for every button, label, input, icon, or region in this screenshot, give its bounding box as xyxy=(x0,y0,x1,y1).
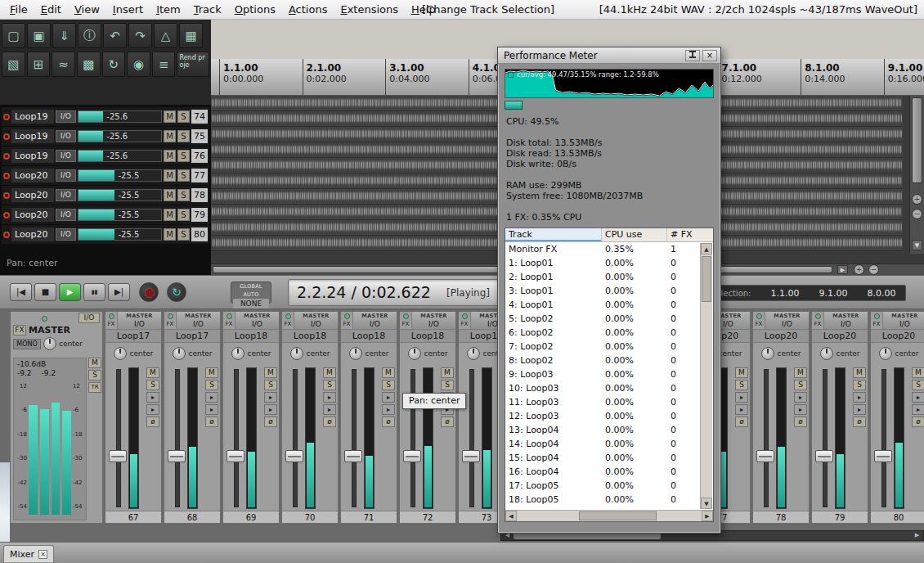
track-row[interactable]: Loop19I/O-25.6MS75 xyxy=(2,127,209,146)
performance-meter-window[interactable]: Performance Meter × cur/avg: 49.47/35.15… xyxy=(497,47,721,534)
record-arm-button[interactable] xyxy=(3,192,10,199)
zoom-out-icon[interactable]: − xyxy=(912,209,922,219)
strip-pan-knob[interactable] xyxy=(231,347,244,360)
track-volume-fader[interactable]: -25.5 xyxy=(78,169,162,182)
strip-solo-button[interactable]: S xyxy=(205,380,218,390)
track-io-button[interactable]: I/O xyxy=(56,110,76,123)
performance-table-row[interactable]: 1: Loop010.00%0 xyxy=(505,256,701,270)
strip-mute-button[interactable]: M xyxy=(323,367,336,378)
strip-solo-button[interactable]: S xyxy=(441,380,454,390)
strip-env-button[interactable]: ▸ xyxy=(912,392,924,403)
track-io-button[interactable]: I/O xyxy=(56,228,76,241)
scroll-up-icon[interactable]: ▲ xyxy=(701,243,712,254)
strip-fx-button[interactable]: FX xyxy=(871,320,882,328)
arrange-vertical-scrollbar[interactable]: + − ▼ xyxy=(909,96,924,254)
strip-track-name[interactable]: Loop20 xyxy=(871,330,924,343)
column-header-fx[interactable]: # FX xyxy=(667,228,701,241)
master-mute-button[interactable]: M xyxy=(88,358,101,368)
strip-fx-button[interactable]: FX xyxy=(282,320,294,328)
strip-phase-button[interactable]: ø xyxy=(794,417,807,427)
strip-env2-button[interactable]: ▸ xyxy=(853,404,866,415)
strip-phase-button[interactable]: ø xyxy=(323,417,336,427)
scroll-left-icon[interactable]: ◀ xyxy=(505,511,517,521)
fx-power-led[interactable] xyxy=(109,313,114,319)
fx-power-led[interactable] xyxy=(344,313,350,319)
record-arm-button[interactable] xyxy=(3,173,10,179)
track-io-button[interactable]: I/O xyxy=(56,209,76,221)
menu-extensions[interactable]: Extensions xyxy=(334,1,405,18)
track-name[interactable]: Loop19 xyxy=(11,129,54,143)
ruler-mark[interactable]: 3.1.000:04.000 xyxy=(385,59,429,96)
ruler-mark[interactable]: 9.1.000:16.000 xyxy=(884,59,924,96)
strip-fx-button[interactable]: FX xyxy=(753,320,765,328)
window-title-bar[interactable]: Performance Meter × xyxy=(498,47,720,64)
strip-routing-button[interactable]: MASTERI/O xyxy=(883,312,924,329)
strip-env-button[interactable]: ▸ xyxy=(205,392,218,403)
track-mute-button[interactable]: M xyxy=(164,189,176,201)
fader-handle[interactable] xyxy=(227,450,244,462)
strip-routing-button[interactable]: MASTERI/O xyxy=(235,312,279,329)
track-volume-fader[interactable]: -25.6 xyxy=(78,130,162,142)
strip-env-button[interactable]: ▸ xyxy=(735,392,748,403)
transport-position-display[interactable]: 2.2.24 / 0:02.622 [Playing] xyxy=(288,279,499,306)
project-settings-icon[interactable]: ⓘ xyxy=(78,23,101,48)
strip-track-name[interactable]: Loop18 xyxy=(223,330,279,343)
menu-track[interactable]: Track xyxy=(187,1,228,18)
track-solo-button[interactable]: S xyxy=(177,169,190,182)
dock-window-button[interactable] xyxy=(685,50,700,61)
fader-handle[interactable] xyxy=(756,450,774,462)
close-tab-icon[interactable]: × xyxy=(38,550,47,559)
item-grouping-icon[interactable]: △ xyxy=(154,23,177,48)
strip-env2-button[interactable]: ▸ xyxy=(323,404,336,415)
strip-fx-button[interactable]: FX xyxy=(459,320,470,328)
strip-fx-button[interactable]: FX xyxy=(341,320,352,328)
strip-routing-button[interactable]: MASTERI/O xyxy=(824,312,868,329)
render-icon[interactable]: ▦ xyxy=(179,23,203,48)
track-row[interactable]: Loop20I/O-25.5MS79 xyxy=(2,205,209,224)
menu-view[interactable]: View xyxy=(68,1,106,18)
strip-pan-knob[interactable] xyxy=(761,347,774,360)
fader-handle[interactable] xyxy=(109,450,127,462)
ruler-mark[interactable]: 2.1.000:02.000 xyxy=(303,59,347,96)
record-button[interactable] xyxy=(139,282,159,302)
mixer-strip[interactable]: FXMASTERI/OLoop20centerMS▸▸ø80 xyxy=(870,311,924,524)
mixer-strip[interactable]: FXMASTERI/OLoop20centerMS▸▸ø78 xyxy=(752,311,810,524)
track-name[interactable]: Loop20 xyxy=(11,188,54,202)
strip-routing-button[interactable]: MASTERI/O xyxy=(412,312,455,329)
strip-pan-knob[interactable] xyxy=(290,347,303,360)
menu-item[interactable]: Item xyxy=(150,1,187,18)
strip-env2-button[interactable]: ▸ xyxy=(912,404,924,415)
performance-table-row[interactable]: 16: Loop040.00%0 xyxy=(505,465,701,479)
menu-edit[interactable]: Edit xyxy=(34,1,68,18)
strip-mute-button[interactable]: M xyxy=(382,367,395,378)
track-volume-fader[interactable]: -25.5 xyxy=(78,189,162,201)
track-name[interactable]: Loop19 xyxy=(11,110,54,124)
strip-track-name[interactable]: Loop20 xyxy=(753,330,809,343)
track-mute-button[interactable]: M xyxy=(164,150,176,162)
strip-env-button[interactable]: ▸ xyxy=(794,392,807,403)
redo-icon[interactable]: ↷ xyxy=(128,23,152,48)
go-to-end-button[interactable]: ▶| xyxy=(108,283,130,301)
strip-phase-button[interactable]: ø xyxy=(382,417,395,427)
strip-volume-fader[interactable] xyxy=(343,366,364,511)
pause-button[interactable]: ▮▮ xyxy=(83,283,105,301)
strip-env2-button[interactable]: ▸ xyxy=(205,404,218,415)
undo-icon[interactable]: ↶ xyxy=(103,23,127,48)
docker-icon[interactable]: ≡ xyxy=(152,52,176,77)
column-header-cpu[interactable]: CPU use xyxy=(602,228,667,241)
fx-power-led[interactable] xyxy=(403,313,409,319)
fader-handle[interactable] xyxy=(344,450,362,462)
strip-track-name[interactable]: Loop20 xyxy=(812,330,868,343)
performance-table-row[interactable]: 6: Loop020.00%0 xyxy=(505,326,701,340)
mono-button[interactable]: MONO xyxy=(13,339,41,349)
track-io-button[interactable]: I/O xyxy=(56,150,76,162)
fx-power-led[interactable] xyxy=(874,313,880,319)
fader-handle[interactable] xyxy=(403,450,421,462)
global-automation-button[interactable]: GLOBAL AUTO NONE xyxy=(231,282,271,304)
track-mute-button[interactable]: M xyxy=(164,209,176,221)
strip-track-name[interactable]: Loop18 xyxy=(400,330,455,343)
routing-matrix-icon[interactable]: ⊞ xyxy=(27,52,51,77)
strip-solo-button[interactable]: S xyxy=(853,380,866,390)
strip-track-name[interactable]: Loop17 xyxy=(105,330,161,343)
strip-volume-fader[interactable] xyxy=(225,366,246,511)
